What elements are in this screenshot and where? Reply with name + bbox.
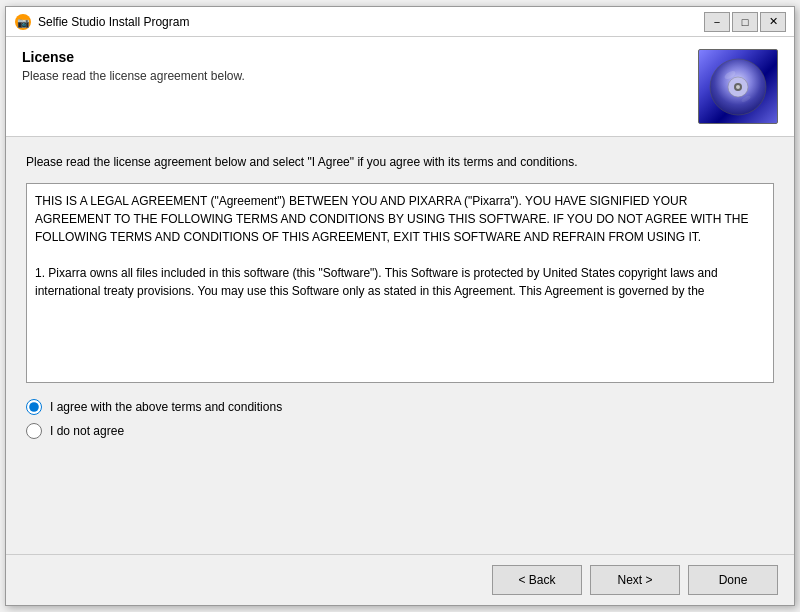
svg-text:📷: 📷 xyxy=(17,16,30,29)
radio-agree-item[interactable]: I agree with the above terms and conditi… xyxy=(26,399,774,415)
done-button[interactable]: Done xyxy=(688,565,778,595)
radio-agree-input[interactable] xyxy=(26,399,42,415)
radio-disagree-item[interactable]: I do not agree xyxy=(26,423,774,439)
agreement-radio-group: I agree with the above terms and conditi… xyxy=(26,399,774,439)
svg-point-5 xyxy=(736,85,740,89)
header-title: License xyxy=(22,49,698,65)
next-button[interactable]: Next > xyxy=(590,565,680,595)
license-text-box[interactable]: THIS IS A LEGAL AGREEMENT ("Agreement") … xyxy=(26,183,774,383)
window-title: Selfie Studio Install Program xyxy=(38,15,704,29)
content-area: Please read the license agreement below … xyxy=(6,137,794,554)
maximize-button[interactable]: □ xyxy=(732,12,758,32)
header-image xyxy=(698,49,778,124)
cd-icon xyxy=(708,57,768,117)
license-content: THIS IS A LEGAL AGREEMENT ("Agreement") … xyxy=(35,194,748,298)
radio-disagree-label: I do not agree xyxy=(50,424,124,438)
app-icon: 📷 xyxy=(14,13,32,31)
close-button[interactable]: ✕ xyxy=(760,12,786,32)
header-text-block: License Please read the license agreemen… xyxy=(22,49,698,83)
header-section: License Please read the license agreemen… xyxy=(6,37,794,137)
instruction-text: Please read the license agreement below … xyxy=(26,153,774,171)
header-subtitle: Please read the license agreement below. xyxy=(22,69,698,83)
title-bar: 📷 Selfie Studio Install Program − □ ✕ xyxy=(6,7,794,37)
window-controls: − □ ✕ xyxy=(704,12,786,32)
footer-section: < Back Next > Done xyxy=(6,554,794,605)
minimize-button[interactable]: − xyxy=(704,12,730,32)
radio-disagree-input[interactable] xyxy=(26,423,42,439)
back-button[interactable]: < Back xyxy=(492,565,582,595)
radio-agree-label: I agree with the above terms and conditi… xyxy=(50,400,282,414)
installer-window: 📷 Selfie Studio Install Program − □ ✕ Li… xyxy=(5,6,795,606)
